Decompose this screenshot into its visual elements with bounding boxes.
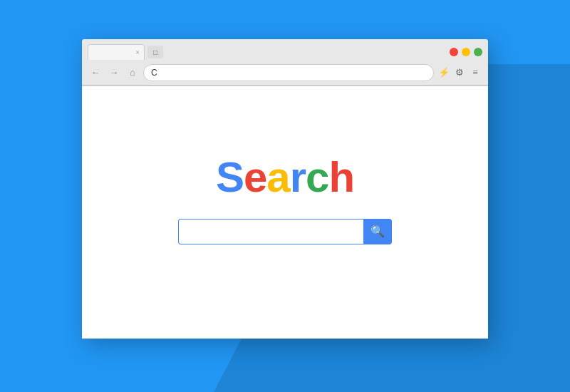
- logo-letter-h: h: [328, 153, 354, 201]
- menu-button[interactable]: ≡: [468, 66, 482, 80]
- logo-letter-s: S: [216, 153, 244, 201]
- top-bar: × □: [82, 39, 488, 61]
- minimize-window-button[interactable]: [462, 48, 470, 56]
- browser-toolbar: ← → ⌂ ⚡ ⚙ ≡: [82, 61, 488, 86]
- new-tab-button[interactable]: □: [147, 46, 163, 58]
- logo-letter-r: r: [290, 153, 306, 201]
- search-button[interactable]: 🔍: [363, 219, 392, 244]
- logo-letter-a: a: [266, 153, 289, 201]
- settings-icon: ⚙: [455, 67, 464, 78]
- browser-window: × □ ← → ⌂ ⚡: [82, 39, 488, 339]
- forward-icon: →: [110, 67, 119, 78]
- search-input[interactable]: [178, 219, 363, 244]
- toolbar-right-actions: ⚡ ⚙ ≡: [437, 66, 482, 80]
- extensions-icon: ⚡: [438, 67, 450, 78]
- search-icon: 🔍: [370, 225, 385, 238]
- forward-button[interactable]: →: [106, 65, 122, 81]
- extensions-button[interactable]: ⚡: [437, 66, 451, 80]
- browser-content: Search 🔍: [82, 86, 488, 339]
- logo-letter-e: e: [244, 153, 266, 201]
- settings-button[interactable]: ⚙: [452, 66, 467, 80]
- search-logo: Search: [216, 153, 354, 202]
- new-tab-icon: □: [153, 48, 157, 56]
- back-icon: ←: [91, 67, 100, 78]
- address-bar[interactable]: [143, 64, 434, 81]
- search-bar-container: 🔍: [178, 219, 392, 244]
- back-button[interactable]: ←: [88, 65, 103, 81]
- window-controls: [450, 48, 482, 56]
- browser-tab[interactable]: ×: [88, 44, 145, 60]
- menu-icon: ≡: [472, 67, 477, 78]
- home-icon: ⌂: [130, 67, 135, 78]
- close-window-button[interactable]: [450, 48, 458, 56]
- tab-close-icon[interactable]: ×: [135, 48, 140, 56]
- home-button[interactable]: ⌂: [125, 65, 140, 81]
- browser-titlebar: × □ ← → ⌂ ⚡: [82, 39, 488, 86]
- logo-letter-c: c: [306, 153, 328, 201]
- maximize-window-button[interactable]: [474, 48, 482, 56]
